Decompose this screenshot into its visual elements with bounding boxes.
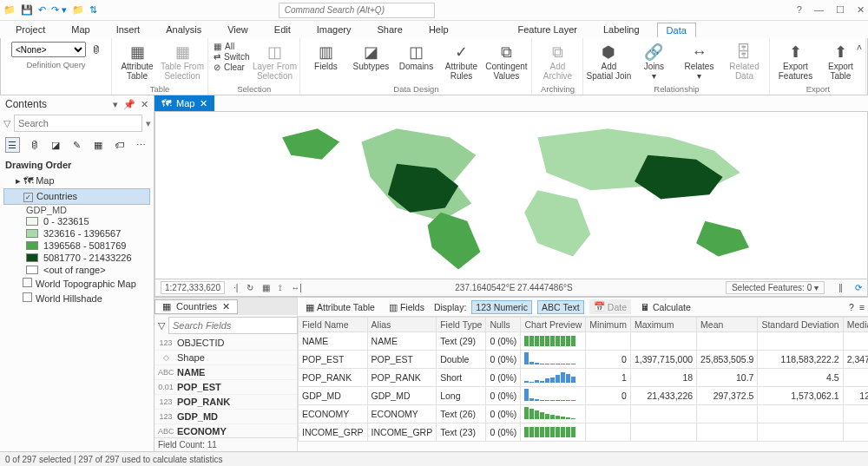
list-by-snapping-icon[interactable]: ▦: [91, 137, 106, 153]
qat-more[interactable]: ⇅: [89, 4, 97, 16]
map-tab-close[interactable]: ✕: [200, 98, 207, 109]
command-search[interactable]: [279, 3, 435, 18]
col-header[interactable]: Alias: [367, 318, 437, 332]
contents-menu[interactable]: ▾: [113, 99, 118, 110]
add-archive-button[interactable]: ⧉Add Archive: [537, 40, 577, 81]
table-row[interactable]: INCOME_GRPINCOME_GRPText (23)0 (0%)297(1…: [299, 423, 869, 442]
field-row[interactable]: POP_RANK: [155, 395, 297, 410]
menu-help[interactable]: Help: [420, 23, 457, 36]
map-tool-icon[interactable]: ▦: [262, 283, 270, 292]
subtypes-button[interactable]: ◪Subtypes: [351, 40, 391, 72]
display-text[interactable]: ABC Text: [537, 300, 584, 314]
map-rotate-icon[interactable]: ↻: [247, 283, 253, 292]
attribute-table-link[interactable]: ▦ Attribute Table: [301, 300, 379, 314]
attribute-rules-button[interactable]: ✓Attribute Rules: [441, 40, 481, 81]
map-s1[interactable]: ·|: [233, 283, 238, 292]
col-header[interactable]: Mean: [697, 318, 758, 332]
map-node[interactable]: ▸ 🗺 Map: [3, 174, 150, 188]
map-tab[interactable]: 🗺 Map ✕: [155, 95, 214, 111]
col-header[interactable]: Median: [843, 318, 868, 332]
menu-share[interactable]: Share: [369, 23, 411, 36]
joins-button[interactable]: 🔗Joins▾: [634, 40, 674, 81]
open-icon[interactable]: 📁: [3, 4, 16, 16]
maximize-icon[interactable]: ☐: [836, 4, 845, 16]
filter-icon[interactable]: ▽: [158, 320, 165, 331]
switch-selection-button[interactable]: ⇄Switch: [214, 52, 249, 62]
field-row[interactable]: ECONOMY: [155, 424, 297, 437]
field-row[interactable]: NAME: [155, 365, 297, 380]
def-query-select[interactable]: <None>: [11, 42, 86, 57]
fields-button[interactable]: ▥Fields: [306, 40, 345, 72]
table-row[interactable]: NAMENAMEText (29)0 (0%)297(100%): [299, 332, 869, 351]
search-opts[interactable]: ▾: [146, 118, 151, 129]
tab-feature-layer[interactable]: Feature Layer: [510, 23, 586, 36]
layer-countries[interactable]: ✓Countries: [3, 188, 150, 205]
col-header[interactable]: Maximum: [630, 318, 696, 332]
map-tool2-icon[interactable]: ⟟: [279, 283, 282, 293]
tab-data[interactable]: Data: [657, 23, 696, 37]
map-view[interactable]: [155, 111, 868, 279]
menu-view[interactable]: View: [219, 23, 257, 36]
list-by-drawing-icon[interactable]: ☰: [5, 137, 20, 153]
field-row[interactable]: POP_EST: [155, 380, 297, 395]
pause-icon[interactable]: ‖: [838, 283, 843, 292]
help-icon[interactable]: ?: [797, 4, 802, 16]
col-header[interactable]: Minimum: [586, 318, 631, 332]
export-table-button[interactable]: ⬆Export Table: [820, 40, 860, 81]
table-row[interactable]: ECONOMYECONOMYText (26)0 (0%)297(100%): [299, 405, 869, 423]
col-header[interactable]: Standard Deviation: [758, 318, 843, 332]
refresh-map-icon[interactable]: ⟳: [855, 283, 862, 292]
table-from-selection-button[interactable]: ▦ Table From Selection: [162, 40, 202, 81]
table-row[interactable]: GDP_MDGDP_MDLong0 (0%)021,433,226297,372…: [299, 387, 869, 405]
col-header[interactable]: Chart Preview: [521, 318, 586, 332]
contents-close[interactable]: ✕: [141, 99, 148, 110]
layer-hillshade[interactable]: World Hillshade: [3, 291, 150, 305]
ribbon-collapse[interactable]: ʌ: [857, 42, 862, 51]
field-row[interactable]: GDP_MD: [155, 410, 297, 424]
contingent-values-button[interactable]: ⧉Contingent Values: [486, 40, 526, 81]
contents-search[interactable]: [14, 115, 142, 132]
menu-project[interactable]: Project: [7, 23, 54, 36]
stats-help[interactable]: ?: [849, 302, 854, 312]
menu-analysis[interactable]: Analysis: [157, 23, 210, 36]
undo-icon[interactable]: ↶: [38, 4, 46, 16]
minimize-icon[interactable]: ―: [814, 4, 824, 16]
map-scale[interactable]: 1:272,333,620: [161, 281, 225, 294]
field-search[interactable]: [168, 317, 298, 334]
map-tool3-icon[interactable]: ↔|: [291, 283, 302, 292]
field-row[interactable]: OBJECTID: [155, 336, 297, 351]
fields-tab-close[interactable]: ✕: [222, 301, 230, 312]
list-by-editing-icon[interactable]: ✎: [69, 137, 84, 153]
relates-button[interactable]: ↔Relates▾: [679, 40, 719, 81]
display-date[interactable]: 📅 Date: [589, 299, 631, 314]
menu-edit[interactable]: Edit: [266, 23, 299, 36]
domains-button[interactable]: ◫Domains: [396, 40, 436, 72]
layer-from-selection-button[interactable]: ◫ Layer From Selection: [254, 40, 294, 81]
list-by-selection-icon[interactable]: ◪: [48, 137, 62, 153]
redo-icon[interactable]: ↷ ▾: [51, 4, 67, 16]
clear-selection-button[interactable]: ⊘Clear: [214, 62, 249, 72]
table-row[interactable]: POP_ESTPOP_ESTDouble0 (0%)01,397,715,000…: [299, 351, 869, 369]
def-query-builder-icon[interactable]: 🛢: [91, 44, 101, 55]
refresh-icon[interactable]: 📁: [72, 4, 84, 16]
col-header[interactable]: Field Name: [299, 318, 368, 332]
col-header[interactable]: Field Type: [437, 318, 486, 332]
list-by-labeling-icon[interactable]: 🏷: [113, 137, 128, 153]
menu-imagery[interactable]: Imagery: [308, 23, 360, 36]
close-icon[interactable]: ✕: [857, 4, 865, 16]
calculate-button[interactable]: 🖩 Calculate: [636, 300, 695, 314]
attribute-table-button[interactable]: ▦ Attribute Table: [117, 40, 157, 81]
save-icon[interactable]: 💾: [21, 4, 33, 16]
menu-map[interactable]: Map: [62, 23, 98, 36]
fields-tab-countries[interactable]: ▦ Countries ✕: [155, 299, 238, 314]
layer-check[interactable]: ✓: [23, 193, 33, 202]
filter-icon[interactable]: ▽: [3, 118, 10, 129]
menu-insert[interactable]: Insert: [108, 23, 149, 36]
col-header[interactable]: Nulls: [486, 318, 521, 332]
table-row[interactable]: POP_RANKPOP_RANKShort0 (0%)11810.74.5122…: [299, 369, 869, 387]
display-numeric[interactable]: 123 Numeric: [471, 300, 532, 314]
select-all-button[interactable]: ▦All: [214, 42, 249, 51]
export-features-button[interactable]: ⬆Export Features: [775, 40, 815, 81]
layer-topo[interactable]: World Topographic Map: [3, 276, 150, 291]
contents-pin[interactable]: 📌: [123, 99, 135, 110]
